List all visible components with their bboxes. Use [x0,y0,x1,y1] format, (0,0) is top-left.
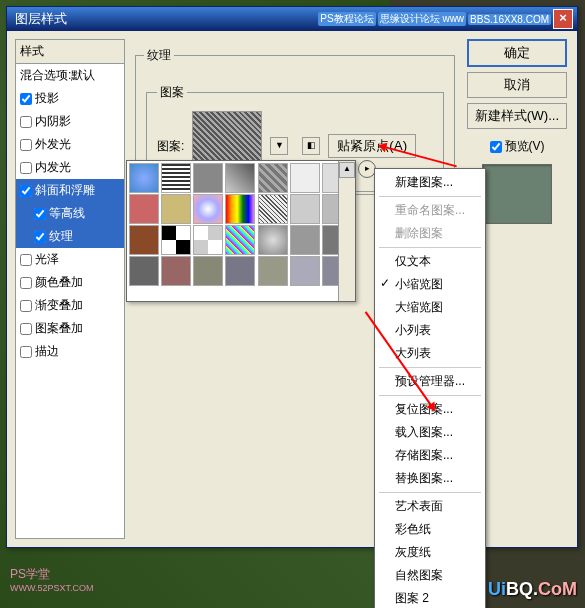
pattern-swatch[interactable] [258,256,288,286]
close-icon[interactable]: × [553,9,573,29]
pattern-swatch[interactable] [161,194,191,224]
menu-delete: 删除图案 [375,222,485,245]
pattern-swatch[interactable] [258,194,288,224]
outer-glow-item[interactable]: 外发光 [16,133,124,156]
pattern-swatch[interactable] [258,225,288,255]
satin-item[interactable]: 光泽 [16,248,124,271]
preview-thumbnail [482,164,552,224]
badge: BBS.16XX8.COM [468,14,551,25]
new-style-button[interactable]: 新建样式(W)... [467,103,567,129]
pattern-swatch[interactable] [193,225,223,255]
titlebar-badges: PS教程论坛 思缘设计论坛 www BBS.16XX8.COM × [318,9,573,29]
menu-color-paper[interactable]: 彩色纸 [375,518,485,541]
pattern-dropdown-icon[interactable]: ▼ [270,137,288,155]
pattern-swatch[interactable] [193,163,223,193]
pattern-swatch[interactable] [290,225,320,255]
pattern-swatch[interactable] [129,256,159,286]
pattern-label: 图案: [157,138,184,155]
stroke-item[interactable]: 描边 [16,340,124,363]
texture-item[interactable]: 纹理 [16,225,124,248]
pattern-swatch[interactable] [129,163,159,193]
scroll-up-icon: ▲ [339,162,355,178]
styles-header: 样式 [16,40,124,64]
menu-save[interactable]: 存储图案... [375,444,485,467]
menu-preset-manager[interactable]: 预设管理器... [375,370,485,393]
pattern-swatch[interactable] [193,194,223,224]
watermark: UiBQ.CoM [488,579,577,600]
ok-button[interactable]: 确定 [467,39,567,67]
picker-scrollbar[interactable]: ▲ [338,161,355,301]
menu-patterns2[interactable]: 图案 2 [375,587,485,608]
preview-label: 预览(V) [505,138,545,155]
ps-badge: PS学堂 WWW.52PSXT.COM [10,566,94,593]
menu-load[interactable]: 载入图案... [375,421,485,444]
menu-new-pattern[interactable]: 新建图案... [375,171,485,194]
menu-rename: 重命名图案... [375,199,485,222]
color-overlay-item[interactable]: 颜色叠加 [16,271,124,294]
menu-nature[interactable]: 自然图案 [375,564,485,587]
cancel-button[interactable]: 取消 [467,72,567,98]
pattern-legend: 图案 [157,84,187,101]
blend-options-item[interactable]: 混合选项:默认 [16,64,124,87]
styles-list: 样式 混合选项:默认 投影 内阴影 外发光 内发光 斜面和浮雕 等高线 纹理 光… [15,39,125,539]
pattern-swatch[interactable] [225,163,255,193]
menu-gray-paper[interactable]: 灰度纸 [375,541,485,564]
bevel-emboss-item[interactable]: 斜面和浮雕 [16,179,124,202]
titlebar[interactable]: 图层样式 PS教程论坛 思缘设计论坛 www BBS.16XX8.COM × [7,7,577,31]
pattern-swatch[interactable] [161,225,191,255]
drop-shadow-item[interactable]: 投影 [16,87,124,110]
menu-text-only[interactable]: 仅文本 [375,250,485,273]
pattern-overlay-item[interactable]: 图案叠加 [16,317,124,340]
badge: 思缘设计论坛 www [378,12,466,26]
menu-large-thumb[interactable]: 大缩览图 [375,296,485,319]
pattern-swatch[interactable] [225,225,255,255]
menu-small-list[interactable]: 小列表 [375,319,485,342]
texture-legend: 纹理 [144,47,174,64]
new-preset-icon[interactable]: ◧ [302,137,320,155]
contour-item[interactable]: 等高线 [16,202,124,225]
pattern-swatch[interactable] [193,256,223,286]
menu-art-surfaces[interactable]: 艺术表面 [375,495,485,518]
snap-origin-button[interactable]: 贴紧原点(A) [328,134,416,158]
menu-small-thumb[interactable]: 小缩览图 [375,273,485,296]
pattern-swatch[interactable] [290,194,320,224]
pattern-swatch[interactable] [225,256,255,286]
menu-replace[interactable]: 替换图案... [375,467,485,490]
pattern-picker: ▲ [126,160,356,302]
menu-reset[interactable]: 复位图案... [375,398,485,421]
pattern-swatch[interactable] [129,225,159,255]
gradient-overlay-item[interactable]: 渐变叠加 [16,294,124,317]
pattern-swatch[interactable] [129,194,159,224]
pattern-swatch[interactable] [161,163,191,193]
badge: PS教程论坛 [318,12,375,26]
pattern-swatch[interactable] [161,256,191,286]
pattern-context-menu: 新建图案... 重命名图案... 删除图案 仅文本 小缩览图 大缩览图 小列表 … [374,168,486,608]
preview-checkbox[interactable] [490,141,502,153]
pattern-swatch[interactable] [290,163,320,193]
pattern-swatch[interactable] [258,163,288,193]
pattern-swatch[interactable] [290,256,320,286]
menu-large-list[interactable]: 大列表 [375,342,485,365]
inner-shadow-item[interactable]: 内阴影 [16,110,124,133]
inner-glow-item[interactable]: 内发光 [16,156,124,179]
pattern-swatch[interactable] [225,194,255,224]
dialog-title: 图层样式 [15,10,67,28]
